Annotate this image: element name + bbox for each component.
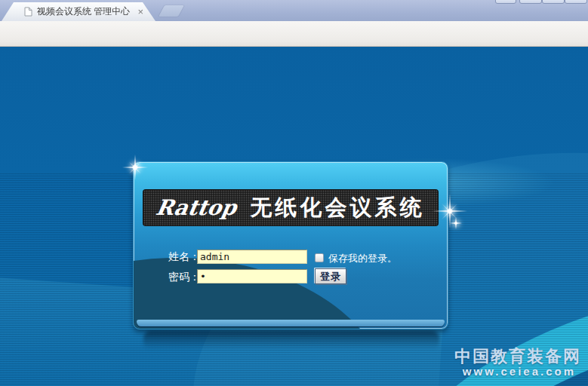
new-tab-button[interactable] [159,5,184,17]
tab-title: 视频会议系统 管理中心 [37,5,131,18]
login-button[interactable]: 登录 [315,268,346,284]
browser-window: 视频会议系统 管理中心 × ← → 127.0.0.1/admin/privil… [0,0,588,386]
tab-strip: 视频会议系统 管理中心 × [0,0,588,21]
window-minimize-button[interactable] [495,0,516,4]
username-input[interactable] [197,250,307,264]
panel-reflection [143,331,439,349]
login-panel: Rattop 无纸化会议系统 姓名： 保存我的登录。 密码： 登录 [133,161,448,329]
window-maximize-button[interactable] [542,0,565,4]
remember-label: 保存我的登录。 [328,252,397,265]
page-content: 中国教育装备网 www.ceiea.com Rattop 无纸化会议系统 姓名：… [0,47,588,386]
window-close-button[interactable] [565,0,587,4]
page-favicon [24,7,32,17]
browser-tab[interactable]: 视频会议系统 管理中心 × [2,2,155,21]
remember-checkbox[interactable] [315,253,324,262]
logo-bar: Rattop 无纸化会议系统 [143,190,438,225]
brand-logo: Rattop [154,195,239,220]
sparkle-icon [450,217,462,229]
sparkle-icon [122,155,148,180]
browser-toolbar: ← → 127.0.0.1/admin/privilege.php?act=lo… [0,21,588,47]
system-title: 无纸化会议系统 [251,193,425,223]
password-input[interactable] [197,269,307,283]
panel-footer-bar [137,320,445,326]
tab-close-icon[interactable]: × [136,7,145,17]
watermark-site-url: www.ceiea.com [463,365,576,378]
window-restore-button[interactable] [519,0,542,4]
password-label: 密码： [168,271,200,284]
username-label: 姓名： [168,250,200,264]
